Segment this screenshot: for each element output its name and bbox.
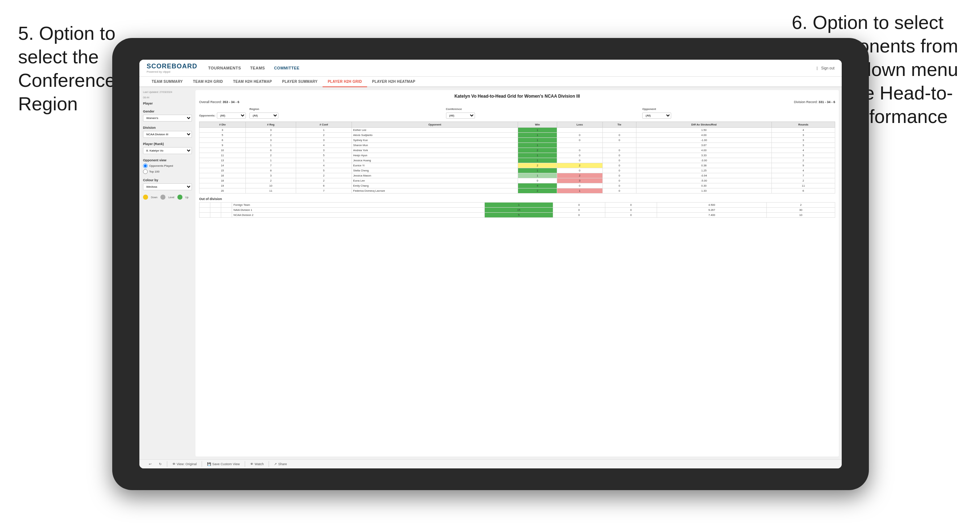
cell-tie: 0 — [602, 148, 636, 153]
cell-reg: 2 — [245, 178, 296, 183]
subnav-team-summary[interactable]: TEAM SUMMARY — [146, 77, 188, 87]
ood-diff: 4.500 — [657, 203, 767, 208]
opponent-view-section: Opponent view Opponents Played Top 100 — [143, 159, 192, 174]
cell-div: 19 — [199, 183, 246, 189]
colour-by-select[interactable]: Win/loss — [143, 183, 192, 190]
save-custom-view-button[interactable]: 💾 Save Custom View — [205, 462, 242, 467]
nav-tournaments[interactable]: TOURNAMENTS — [208, 64, 241, 71]
ood-tie: 0 — [605, 208, 657, 213]
cell-div: 3 — [199, 128, 246, 133]
view-original-button[interactable]: 👁 View: Original — [170, 462, 199, 467]
top-100-input[interactable] — [143, 169, 148, 174]
col-reg: # Reg — [245, 122, 296, 128]
cell-diff: 3.33 — [636, 153, 772, 158]
toolbar-divider-4 — [269, 461, 269, 467]
gender-select[interactable]: Women's — [143, 115, 192, 122]
cell-diff: -5.00 — [636, 178, 772, 183]
cell-diff: 0.30 — [636, 183, 772, 189]
opponents-played-radio[interactable]: Opponents Played — [143, 163, 192, 168]
ood-spacer3 — [221, 208, 232, 213]
subnav-player-h2h-grid[interactable]: PLAYER H2H GRID — [323, 77, 367, 87]
subnav-team-h2h-heatmap[interactable]: TEAM H2H HEATMAP — [228, 77, 277, 87]
nav-teams[interactable]: TEAMS — [250, 64, 265, 71]
cell-opponent: Federica Domecq Lacroze — [352, 189, 518, 194]
cell-loss — [557, 128, 602, 133]
cell-reg: 11 — [245, 189, 296, 194]
cell-loss: 1 — [557, 189, 602, 194]
cell-opponent: Heejo Hyun — [352, 153, 518, 158]
cell-conf: 3 — [296, 138, 352, 143]
cell-conf: 2 — [296, 178, 352, 183]
cell-conf: 6 — [296, 183, 352, 189]
cell-div: 15 — [199, 168, 246, 173]
cell-diff: 1.25 — [636, 168, 772, 173]
table-row: 10 6 3 Andrea York 2 0 0 4.00 4 — [199, 148, 835, 153]
cell-div: 5 — [199, 133, 246, 138]
cell-win: 1 — [518, 128, 557, 133]
ood-tie: 0 — [605, 203, 657, 208]
cell-reg: 1 — [245, 143, 296, 148]
subnav-player-summary[interactable]: PLAYER SUMMARY — [277, 77, 323, 87]
cell-reg: 3 — [245, 173, 296, 178]
opponents-filter-select[interactable]: (All) — [217, 113, 246, 119]
ood-spacer2 — [210, 208, 221, 213]
sign-out-button[interactable]: Sign out — [821, 66, 834, 70]
opponent-select[interactable]: (All) — [642, 113, 671, 119]
opponent-view-label: Opponent view — [143, 159, 192, 162]
watch-button[interactable]: 👁 Watch — [248, 462, 266, 467]
cell-rounds: 4 — [772, 128, 835, 133]
top-navigation: SCOREBOARD Powered by clippd TOURNAMENTS… — [139, 60, 842, 77]
cell-div: 11 — [199, 153, 246, 158]
division-select[interactable]: NCAA Division III — [143, 131, 192, 138]
cell-rounds: 3 — [772, 133, 835, 138]
cell-diff: 0.38 — [636, 163, 772, 168]
division-record-label: Division Record: — [794, 100, 818, 104]
division-label: Division — [143, 126, 192, 130]
colour-level-label: Level — [168, 196, 175, 198]
division-record-value: 331 - 34 - 6 — [819, 100, 835, 104]
cell-conf: 2 — [296, 173, 352, 178]
opponents-label: Opponents: — [199, 114, 215, 117]
subnav-player-h2h-heatmap[interactable]: PLAYER H2H HEATMAP — [367, 77, 420, 87]
nav-committee[interactable]: COMMITTEE — [274, 64, 300, 71]
cell-div: 6 — [199, 138, 246, 143]
subnav-team-h2h-grid[interactable]: TEAM H2H GRID — [188, 77, 228, 87]
share-button[interactable]: ↗ Share — [272, 462, 289, 467]
redo-button[interactable]: ↻ — [157, 462, 164, 467]
col-div: # Div — [199, 122, 246, 128]
cell-opponent: Euna Lee — [352, 178, 518, 183]
cell-loss — [557, 143, 602, 148]
cell-rounds: 9 — [772, 163, 835, 168]
cell-tie: 0 — [602, 138, 636, 143]
cell-rounds: 6 — [772, 189, 835, 194]
conference-select[interactable]: (All) — [446, 113, 475, 119]
cell-win: 1 — [518, 173, 557, 178]
player-rank-select[interactable]: 8. Katelyn Vo — [143, 147, 192, 154]
cell-opponent: Sydney Kuo — [352, 138, 518, 143]
cell-loss: 0 — [557, 138, 602, 143]
last-updated-sub: 08:44 — [143, 96, 192, 99]
cell-opponent: Emily Chang — [352, 183, 518, 189]
tablet: SCOREBOARD Powered by clippd TOURNAMENTS… — [112, 38, 869, 490]
cell-reg: 8 — [245, 168, 296, 173]
opponent-label: Opponent — [642, 108, 835, 111]
cell-win: 2 — [518, 163, 557, 168]
cell-loss: 0 — [557, 148, 602, 153]
cell-diff: -0.94 — [636, 173, 772, 178]
ood-win: 5 — [484, 213, 553, 218]
cell-div: 13 — [199, 158, 246, 163]
opponents-played-input[interactable] — [143, 163, 148, 168]
col-opponent: Opponent — [352, 122, 518, 128]
top-100-radio[interactable]: Top 100 — [143, 169, 192, 174]
view-icon: 👁 — [172, 462, 176, 466]
undo-button[interactable]: ↩ — [146, 462, 154, 467]
region-select[interactable]: (All) — [250, 113, 278, 119]
cell-rounds: 2 — [772, 178, 835, 183]
nav-right: | Sign out — [817, 66, 834, 70]
ood-table-row: NCAA Division 2 5 0 0 7.400 10 — [199, 213, 835, 218]
cell-win: 4 — [518, 183, 557, 189]
colour-up — [177, 195, 183, 200]
col-win: Win — [518, 122, 557, 128]
region-label: Region — [250, 108, 442, 111]
cell-rounds: 2 — [772, 158, 835, 163]
